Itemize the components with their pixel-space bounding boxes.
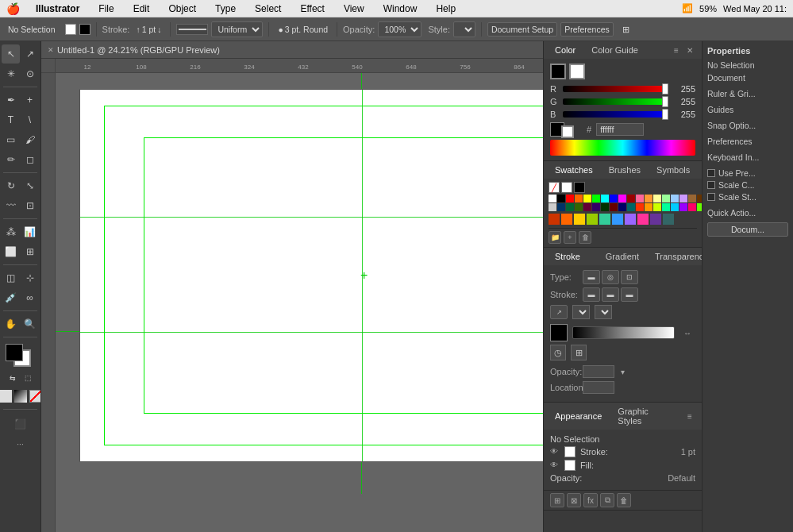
slice-tool[interactable]: ⊞	[21, 242, 39, 261]
stroke-align-btn1[interactable]: ▬	[583, 287, 600, 302]
b-slider[interactable]	[563, 111, 668, 118]
pencil-tool[interactable]: ✏	[2, 150, 20, 169]
swatch-cell[interactable]	[575, 203, 583, 211]
swatch-cell[interactable]	[557, 203, 565, 211]
stroke-type-select[interactable]: Uniform	[211, 21, 263, 37]
swatch-cell[interactable]	[592, 203, 600, 211]
swatch-cell[interactable]	[671, 203, 679, 211]
linear-gradient-btn[interactable]: ▬	[583, 270, 600, 284]
swatch-cell[interactable]	[650, 214, 661, 225]
more-tools[interactable]: ···	[2, 439, 39, 449]
fill-appear-swatch[interactable]	[564, 460, 576, 471]
appearance-tab[interactable]: Appearance	[550, 411, 606, 422]
magic-wand-tool[interactable]: ✳	[2, 64, 20, 83]
color-spectrum[interactable]	[550, 140, 695, 156]
g-thumb[interactable]	[662, 96, 668, 107]
pen-tool[interactable]: ✒	[2, 91, 20, 110]
swatch-cell[interactable]	[637, 214, 649, 225]
swatch-cell[interactable]	[557, 195, 565, 202]
artboard-tool[interactable]: ⬜	[2, 242, 20, 261]
swatch-cell[interactable]	[636, 203, 644, 211]
r-slider[interactable]	[563, 86, 668, 92]
color-panel-menu[interactable]: ≡	[671, 44, 682, 56]
preferences-button[interactable]: Preferences	[560, 22, 614, 37]
document-action-button[interactable]: Docum...	[707, 222, 788, 237]
gradient-bar[interactable]	[572, 326, 675, 339]
graphic-styles-tab[interactable]: Graphic Styles	[613, 406, 678, 426]
hex-stroke-swatch[interactable]	[561, 125, 574, 138]
swatch-cell[interactable]	[636, 195, 644, 202]
none-swatch[interactable]: ╱	[549, 182, 560, 193]
symbol-sprayer-tool[interactable]: ⁂	[2, 222, 20, 241]
brushes-tab[interactable]: Brushes	[604, 164, 645, 175]
swatch-cell[interactable]	[583, 195, 591, 202]
r-thumb[interactable]	[662, 83, 668, 94]
swatch-cell[interactable]	[549, 214, 560, 225]
menu-help[interactable]: Help	[433, 2, 459, 15]
new-color-group-icon[interactable]: 📁	[549, 231, 561, 244]
gradient-tool[interactable]: ◫	[2, 268, 20, 287]
swatch-cell[interactable]	[627, 195, 635, 202]
menu-object[interactable]: Object	[165, 2, 199, 15]
gradient-angle-icon[interactable]: ◷	[550, 345, 566, 360]
swatch-cell[interactable]	[625, 214, 636, 225]
swatch-cell[interactable]	[574, 214, 585, 225]
arrange-icon[interactable]: ⊞	[619, 23, 633, 36]
swatch-cell[interactable]	[688, 195, 696, 202]
selection-tool[interactable]: ↖	[2, 44, 20, 64]
swatch-cell[interactable]	[612, 214, 623, 225]
delete-swatch-icon[interactable]: 🗑	[579, 231, 591, 244]
default-colors-icon[interactable]: ⬚	[21, 372, 34, 384]
artboards-list-icon[interactable]: ⬛	[11, 414, 30, 434]
add-anchor-tool[interactable]: +	[21, 91, 39, 110]
swatch-cell[interactable]	[587, 214, 598, 225]
menu-select[interactable]: Select	[252, 2, 284, 15]
location-input[interactable]	[583, 381, 614, 394]
canvas-wrapper[interactable]: 12 108 216 324 432 540 648 756 864 972 1…	[41, 59, 543, 532]
swatch-cell[interactable]	[549, 203, 556, 211]
gradient-aspect-icon[interactable]: ⊞	[571, 345, 587, 360]
swatch-cell[interactable]	[601, 195, 609, 202]
color-guide-tab[interactable]: Color Guide	[587, 44, 643, 56]
swatch-cell[interactable]	[645, 195, 652, 202]
direct-selection-tool[interactable]: ↗	[21, 44, 39, 64]
swatch-cell[interactable]	[549, 195, 556, 202]
stroke-weight-stepper[interactable]: ↑ 1 pt ↓	[133, 23, 164, 36]
swatch-cell[interactable]	[662, 203, 670, 211]
lasso-tool[interactable]: ⊙	[21, 64, 39, 83]
warp-tool[interactable]: 〰	[2, 196, 20, 215]
delete-appear-icon[interactable]: 🗑	[617, 493, 631, 507]
style-select[interactable]	[453, 21, 475, 37]
fill-visibility-icon[interactable]: 👁	[550, 461, 560, 470]
swatch-cell[interactable]	[592, 195, 600, 202]
swatch-cell[interactable]	[618, 203, 626, 211]
solid-color-icon[interactable]	[0, 390, 12, 403]
swatch-cell[interactable]	[653, 203, 661, 211]
paintbrush-tool[interactable]: 🖌	[21, 130, 39, 149]
arrow-none-1[interactable]: ↗	[550, 305, 568, 319]
swatch-cell[interactable]	[566, 203, 574, 211]
fill-swatch[interactable]	[65, 24, 76, 35]
color-stroke-indicator[interactable]	[569, 64, 585, 79]
stroke-appear-swatch[interactable]	[564, 446, 576, 457]
stroke-align-btn3[interactable]: ▬	[621, 287, 638, 302]
stroke-align-btn2[interactable]: ▬	[602, 287, 619, 302]
swatch-cell[interactable]	[627, 203, 635, 211]
stroke-visibility-icon[interactable]: 👁	[550, 447, 560, 457]
eyedropper-tool[interactable]: 💉	[2, 288, 20, 307]
swatch-cell[interactable]	[601, 203, 609, 211]
gradient-swatch[interactable]	[550, 324, 568, 341]
swatch-cell[interactable]	[610, 203, 618, 211]
gradient-reverse-icon[interactable]: ↔	[679, 326, 695, 339]
none-icon[interactable]	[29, 390, 42, 403]
swatch-cell[interactable]	[653, 195, 661, 202]
symbols-tab[interactable]: Symbols	[652, 164, 695, 175]
swatch-cell[interactable]	[663, 214, 674, 225]
gradient-icon[interactable]	[14, 390, 27, 403]
appearance-panel-menu[interactable]: ≡	[684, 411, 695, 422]
gradient-tab[interactable]: Gradient	[601, 251, 644, 262]
menu-type[interactable]: Type	[212, 2, 239, 15]
swatch-cell[interactable]	[566, 195, 574, 202]
new-swatch-icon[interactable]: +	[564, 231, 576, 244]
freeform-gradient-btn[interactable]: ⊡	[621, 270, 638, 284]
